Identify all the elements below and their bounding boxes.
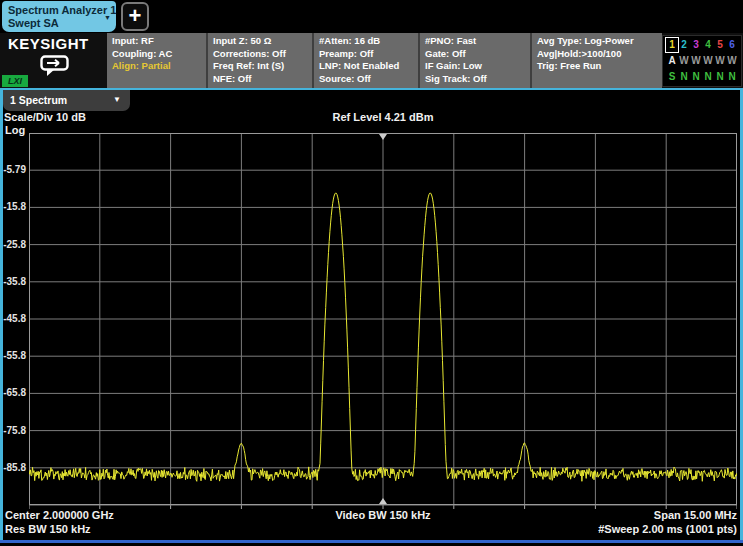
scale-div-label[interactable]: Scale/Div 10 dB	[4, 111, 86, 123]
setting-align: Align: Partial	[112, 60, 206, 73]
trace-3-type: W	[690, 53, 702, 69]
sweep-label[interactable]: #Sweep 2.00 ms (1001 pts)	[598, 523, 737, 535]
trace-states-row: S N N N N N	[666, 69, 741, 85]
setting-trig: Trig: Free Run	[537, 60, 662, 73]
setting-gate: Gate: Off	[425, 48, 530, 61]
video-bw-label[interactable]: Video BW 150 kHz	[335, 509, 430, 521]
setting-lnp: LNP: Not Enabled	[319, 60, 418, 73]
setting-avg-type: Avg Type: Log-Power	[537, 35, 662, 48]
setting-corrections: Corrections: Off	[213, 48, 312, 61]
trace-numbers-row: 1 2 3 4 5 6	[666, 37, 741, 53]
setting-atten: #Atten: 16 dB	[319, 35, 418, 48]
y-axis-tick-label: -45.8	[0, 313, 26, 324]
spectrum-plot[interactable]	[29, 133, 737, 512]
trace-status-panel[interactable]: 1 2 3 4 5 6 A W W W W W S N N N N N	[662, 35, 742, 87]
lxi-badge: LXI	[2, 75, 28, 87]
center-frequency-label[interactable]: Center 2.000000 GHz	[5, 509, 114, 521]
trace-1-state: S	[666, 69, 678, 85]
message-bubble-icon[interactable]	[40, 55, 70, 81]
tab-dropdown-caret-icon[interactable]: ▼	[104, 14, 111, 21]
trace-2-number[interactable]: 2	[678, 37, 690, 53]
tab-title: Spectrum Analyzer 1	[8, 4, 110, 17]
settings-header: KEYSIGHT LXI Input: RF Coupling: AC Alig…	[0, 33, 743, 88]
y-axis-tick-label: -5.79	[0, 164, 26, 175]
settings-column-atten[interactable]: #Atten: 16 dB Preamp: Off LNP: Not Enabl…	[312, 33, 418, 88]
trace-3-number[interactable]: 3	[690, 37, 702, 53]
trace-types-row: A W W W W W	[666, 53, 741, 69]
trace-selector-label: 1 Spectrum	[10, 94, 67, 106]
tab-bar: Spectrum Analyzer 1 Swept SA ▼ +	[0, 0, 743, 33]
y-axis-tick-label: -75.8	[0, 425, 26, 436]
y-axis-tick-label: -35.8	[0, 276, 26, 287]
settings-column-avg[interactable]: Avg Type: Log-Power Avg|Hold:>100/100 Tr…	[530, 33, 662, 88]
setting-avg-hold: Avg|Hold:>100/100	[537, 48, 662, 61]
trace-2-state: N	[678, 69, 690, 85]
y-axis-tick-label: -25.8	[0, 239, 26, 250]
spectrum-analyzer-window: Spectrum Analyzer 1 Swept SA ▼ + KEYSIGH…	[0, 0, 743, 546]
setting-source: Source: Off	[319, 73, 418, 86]
brand-block: KEYSIGHT LXI	[0, 33, 107, 88]
settings-column-pno[interactable]: #PNO: Fast Gate: Off IF Gain: Low Sig Tr…	[418, 33, 530, 88]
y-axis-tick-label: -15.8	[0, 201, 26, 212]
setting-nfe: NFE: Off	[213, 73, 312, 86]
y-axis-labels: -5.79-15.8-25.8-35.8-45.8-55.8-65.8-75.8…	[0, 133, 27, 505]
ref-level-label[interactable]: Ref Level 4.21 dBm	[333, 111, 434, 123]
trace-4-number[interactable]: 4	[702, 37, 714, 53]
add-mode-button[interactable]: +	[121, 2, 149, 31]
window-edge-bottom	[0, 540, 743, 543]
trace-5-state: N	[714, 69, 726, 85]
setting-input: Input: RF	[112, 35, 206, 48]
trace-2-type: W	[678, 53, 690, 69]
y-axis-tick-label: -55.8	[0, 350, 26, 361]
trace-selector-dropdown[interactable]: 1 Spectrum ▼	[3, 90, 130, 111]
settings-column-impedance[interactable]: Input Z: 50 Ω Corrections: Off Freq Ref:…	[206, 33, 312, 88]
trace-6-type: W	[726, 53, 738, 69]
trace-3-state: N	[690, 69, 702, 85]
keysight-logo: KEYSIGHT	[8, 35, 89, 52]
setting-freq-ref: Freq Ref: Int (S)	[213, 60, 312, 73]
setting-sig-track: Sig Track: Off	[425, 73, 530, 86]
trace-5-type: W	[714, 53, 726, 69]
y-axis-tick-label: -65.8	[0, 387, 26, 398]
trace-4-type: W	[702, 53, 714, 69]
tab-subtitle: Swept SA	[8, 17, 110, 30]
setting-input-z: Input Z: 50 Ω	[213, 35, 312, 48]
setting-pno: #PNO: Fast	[425, 35, 530, 48]
trace-1-type: A	[666, 53, 678, 69]
y-axis-tick-label: -85.8	[0, 462, 26, 473]
trace-6-state: N	[726, 69, 738, 85]
setting-if-gain: IF Gain: Low	[425, 60, 530, 73]
res-bw-label[interactable]: Res BW 150 kHz	[5, 523, 91, 535]
settings-column-input[interactable]: Input: RF Coupling: AC Align: Partial	[107, 33, 206, 88]
trace-5-number[interactable]: 5	[714, 37, 726, 53]
span-label[interactable]: Span 15.00 MHz	[654, 509, 737, 521]
trace-6-number[interactable]: 6	[726, 37, 738, 53]
setting-preamp: Preamp: Off	[319, 48, 418, 61]
trace-1-number[interactable]: 1	[666, 38, 678, 52]
settings-columns: Input: RF Coupling: AC Align: Partial In…	[107, 33, 662, 88]
trace-4-state: N	[702, 69, 714, 85]
setting-coupling: Coupling: AC	[112, 48, 206, 61]
chevron-down-icon: ▼	[113, 90, 121, 110]
tab-spectrum-analyzer-1[interactable]: Spectrum Analyzer 1 Swept SA ▼	[2, 1, 116, 32]
